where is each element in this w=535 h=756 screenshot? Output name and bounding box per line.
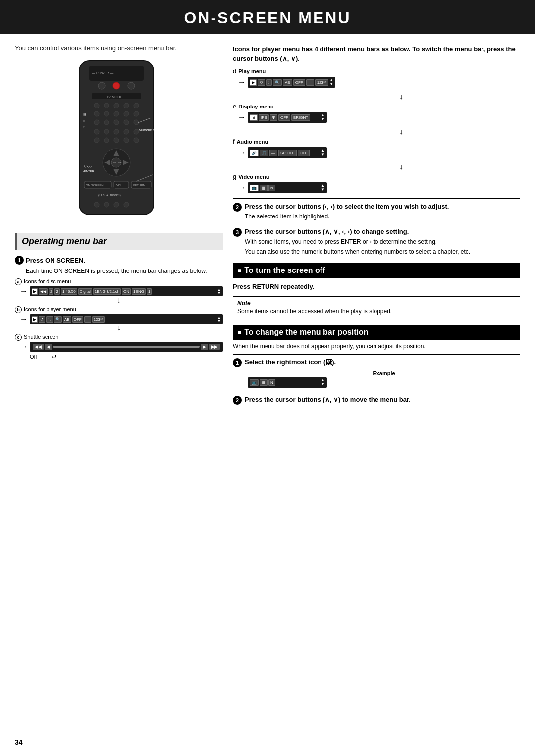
menu-a-label-row: a Icons for disc menu: [15, 278, 223, 285]
disp-item-5: BRIGHT: [291, 114, 310, 121]
player-item-6: OFF: [72, 316, 83, 323]
turn-off-title: To turn the screen off: [233, 263, 520, 278]
step-2-title: Press the cursor buttons (‹, ›) to selec…: [245, 202, 520, 211]
change-step-1-block: 1 Select the rightmost icon (🖼).: [233, 358, 520, 367]
arrow-b: →: [20, 315, 28, 323]
player-menu-bar: ▶ ↺ ↑↓ 🔍 AB OFF — 123** ▲▼: [30, 314, 223, 324]
menu-d-label: Play menu: [238, 68, 266, 74]
svg-point-35: [114, 138, 119, 143]
svg-point-3: [98, 82, 105, 89]
note-title: Note: [237, 300, 516, 307]
svg-point-36: [124, 138, 129, 143]
menu-e-label: Display menu: [238, 104, 274, 109]
menu-d-circle: d: [233, 67, 236, 75]
menu-a-text: Icons for disc menu: [24, 278, 71, 284]
example-item-1: 📺: [250, 379, 259, 386]
right-column: Icons for player menu has 4 different me…: [233, 44, 520, 408]
change-menu-title: To change the menu bar position: [233, 325, 520, 340]
disc-item-10: 1: [147, 288, 152, 295]
menu-b-label-row: b Icons for player menu: [15, 306, 223, 313]
arrow-down-e: ↓: [282, 128, 520, 136]
change-step-1-content: Select the rightmost icon (🖼).: [245, 358, 520, 367]
menu-e-circle: e: [233, 103, 236, 110]
svg-point-5: [128, 82, 135, 89]
step-3-block: 3 Press the cursor buttons (∧, ∨, ‹, ›) …: [233, 227, 520, 256]
step-2-content: Press the cursor buttons (‹, ›) to selec…: [245, 202, 520, 221]
svg-point-37: [134, 138, 139, 143]
menu-e-diagram: → 🖥 IPB ✻ OFF BRIGHT ▲▼: [238, 112, 520, 123]
disc-item-1: ▶: [32, 288, 38, 295]
audio-item-4: SP OFF: [278, 150, 297, 156]
disp-item-4: OFF: [278, 114, 290, 121]
video-item-2: ▦: [260, 185, 268, 191]
player-item-3: ↑↓: [46, 316, 53, 323]
play-menu-bar: ▶ ↺ ↕ 🔍 AB OFF — 123** ▲▼: [248, 77, 335, 88]
svg-text:VDL: VDL: [116, 184, 122, 187]
play-item-2: ↺: [258, 79, 265, 86]
divider-3: [233, 354, 520, 355]
video-item-1: 📺: [250, 185, 259, 191]
note-box: Note Some items cannot be accessed when …: [233, 296, 520, 318]
svg-text:□: □: [83, 126, 85, 129]
svg-point-33: [94, 138, 99, 143]
svg-point-55: [104, 202, 109, 207]
change-step-2-title: Press the cursor buttons (∧, ∨) to move …: [245, 395, 520, 404]
divider-4: [233, 392, 520, 392]
menu-f-section: f Audio menu → 🔊 🎵 — SP OFF OFF ▲▼: [233, 138, 520, 158]
svg-point-12: [134, 103, 139, 108]
audio-updown: ▲▼: [321, 149, 325, 157]
step-3-title: Press the cursor buttons (∧, ∨, ‹, ›) to…: [245, 227, 520, 236]
disc-item-7: 1ENG 3/2.1ch: [93, 288, 121, 295]
disc-item-2: ◀◀: [39, 288, 48, 295]
step-3-number: 3: [233, 228, 242, 237]
player-item-1: ▶: [32, 316, 38, 323]
example-item-2: ▦: [260, 379, 268, 386]
step-2-sub: The selected item is highlighted.: [245, 212, 520, 221]
svg-point-21: [124, 120, 129, 125]
shuttle-bar: ◀◀ ◀ ▶ ▶▶: [30, 342, 223, 352]
video-menu-bar: 📺 ▦ N ▲▼: [248, 182, 327, 193]
svg-text:ON SCREEN: ON SCREEN: [86, 184, 104, 187]
svg-point-57: [124, 202, 129, 207]
svg-text:∧,∨,‹,›: ∧,∨,‹,›: [83, 165, 92, 168]
step-1-block: 1 Press ON SCREEN. Each time ON SCREEN i…: [15, 256, 223, 361]
arrow-f: →: [238, 149, 246, 157]
change-step-2-number: 2: [233, 396, 242, 405]
disc-item-9: 1ENG: [132, 288, 146, 295]
svg-text:TV MODE: TV MODE: [107, 95, 122, 99]
play-item-6: OFF: [293, 79, 305, 86]
intro-text: You can control various items using on-s…: [15, 44, 223, 52]
player-item-2: ↺: [39, 316, 45, 323]
shuttle-item-rev: ◀◀: [33, 344, 44, 350]
icons-header: Icons for player menu has 4 different me…: [233, 44, 520, 63]
svg-point-15: [114, 111, 119, 116]
menu-e-section: e Display menu → 🖥 IPB ✻ OFF BRIGHT ▲▼: [233, 103, 520, 123]
menu-g-section: g Video menu → 📺 ▦ N ▲▼: [233, 173, 520, 193]
svg-text:— POWER —: — POWER —: [92, 71, 113, 75]
menu-c-circle: c: [15, 334, 22, 341]
menu-a-circle: a: [15, 278, 22, 285]
svg-point-10: [114, 103, 119, 108]
step-2-number: 2: [233, 203, 242, 212]
arrow-a: →: [20, 287, 28, 295]
shuttle-item-rew: ◀: [45, 344, 52, 350]
svg-text:▷: ▷: [83, 119, 86, 122]
svg-point-4: [113, 82, 120, 89]
arrow-g: →: [238, 184, 246, 192]
svg-text:(U.S.A. model): (U.S.A. model): [98, 193, 121, 197]
press-return-label: Press RETURN repeatedly.: [233, 283, 520, 290]
svg-point-28: [94, 129, 99, 134]
change-step-2-content: Press the cursor buttons (∧, ∨) to move …: [245, 395, 520, 404]
disc-item-5: 1:46:50: [61, 288, 77, 295]
display-menu-bar: 🖥 IPB ✻ OFF BRIGHT ▲▼: [248, 112, 327, 123]
example-updown: ▲▼: [321, 378, 325, 386]
svg-point-34: [104, 138, 109, 143]
menu-e-row: e Display menu: [233, 103, 520, 110]
menu-b-text: Icons for player menu: [24, 306, 76, 312]
menu-c-diagram: → ◀◀ ◀ ▶ ▶▶: [20, 342, 223, 352]
menu-f-diagram: → 🔊 🎵 — SP OFF OFF ▲▼: [238, 147, 520, 158]
svg-point-8: [94, 103, 99, 108]
svg-text:Numeric buttons: Numeric buttons: [139, 128, 164, 132]
play-item-4: 🔍: [273, 79, 282, 86]
svg-point-30: [114, 129, 119, 134]
